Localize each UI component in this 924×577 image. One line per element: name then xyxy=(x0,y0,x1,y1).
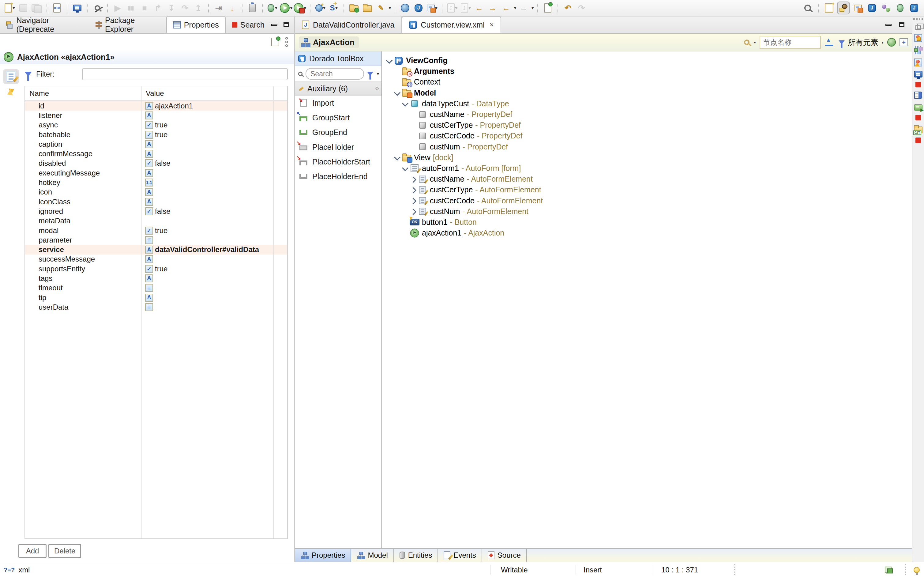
expander-icon[interactable] xyxy=(410,198,416,204)
git-repositories-icon[interactable]: GIT xyxy=(914,126,922,133)
pull-down-icon[interactable]: ↧▾ xyxy=(446,2,458,15)
pull-up-icon[interactable]: ↥▾ xyxy=(460,2,472,15)
node-search-dropdown-icon[interactable]: ▾ xyxy=(754,40,756,45)
run-last-icon[interactable]: ▶ xyxy=(111,2,124,15)
minimize-editor-icon[interactable] xyxy=(885,24,892,26)
tree-node-button1[interactable]: OKbutton1- Button xyxy=(382,217,912,227)
step-into-icon[interactable]: ↧ xyxy=(165,2,177,15)
palette-view-icon[interactable] xyxy=(914,34,922,42)
tree-node-custnum-autoformelement[interactable]: custNum- AutoFormElement xyxy=(382,206,912,217)
problems-view-icon[interactable] xyxy=(914,58,922,66)
tree-node-custcercode-propertydef[interactable]: custCerCode- PropertyDef xyxy=(382,131,912,141)
add-window-icon[interactable]: + xyxy=(900,38,908,46)
tree-node-arguments[interactable]: aArguments xyxy=(382,66,912,77)
toolbox-item-placeholder[interactable]: PlaceHolder xyxy=(295,140,382,154)
redo-icon[interactable]: ↷ xyxy=(575,2,588,15)
forward-history-icon[interactable]: → xyxy=(486,2,499,15)
tree-node-autoform1[interactable]: autoForm1- AutoForm [form] xyxy=(382,163,912,174)
expander-icon[interactable] xyxy=(410,176,416,182)
step-filters-icon[interactable]: ↓ xyxy=(226,2,238,15)
tab-properties[interactable]: Properties xyxy=(166,16,225,33)
save-icon[interactable] xyxy=(17,2,29,15)
close-tab-icon[interactable]: × xyxy=(489,21,494,29)
drag-handle-icon[interactable] xyxy=(913,18,923,20)
table-row[interactable]: hotkey1.1 xyxy=(25,177,287,187)
tree-node-datatypecust[interactable]: dataTypeCust- DataType xyxy=(382,98,912,109)
perspective-extra-icon[interactable]: J xyxy=(908,2,920,15)
highlight-brush-icon[interactable]: ✎ xyxy=(375,2,387,15)
page-tab-source[interactable]: Source xyxy=(482,549,527,562)
tree-node-custnum-propertydef[interactable]: custNum- PropertyDef xyxy=(382,142,912,152)
expander-icon[interactable] xyxy=(410,208,416,214)
page-tab-model[interactable]: Model xyxy=(351,549,394,562)
pause-icon[interactable]: ▮▮ xyxy=(125,2,137,15)
table-row[interactable]: iconA xyxy=(25,187,287,197)
show-views-icon[interactable]: ▾ xyxy=(426,2,438,15)
tree-node-view[interactable]: View[dock] xyxy=(382,152,912,163)
expander-icon[interactable] xyxy=(394,154,401,161)
table-row[interactable]: executingMessageA xyxy=(25,168,287,177)
maximize-editor-icon[interactable] xyxy=(899,23,905,27)
expander-icon[interactable] xyxy=(386,58,393,64)
toolbox-search-input[interactable] xyxy=(306,68,364,80)
open-type-icon[interactable] xyxy=(361,2,373,15)
console-icon[interactable] xyxy=(71,2,83,15)
tab-datavalidcontroller-java[interactable]: JDataValidController.java xyxy=(295,16,402,33)
table-row[interactable]: serviceAdataValidController#validData xyxy=(25,245,287,254)
add-button[interactable]: Add xyxy=(18,544,47,558)
table-row[interactable]: tagsA xyxy=(25,274,287,283)
tree-node-context[interactable]: @Context xyxy=(382,77,912,87)
skip-breakpoints-icon[interactable]: ⇥ xyxy=(212,2,225,15)
tree-node-custcertype-propertydef[interactable]: custCerType- PropertyDef xyxy=(382,120,912,131)
table-row[interactable]: timeout≡ xyxy=(25,283,287,293)
restore-view-icon[interactable] xyxy=(916,26,921,30)
table-row[interactable]: successMessageA xyxy=(25,255,287,264)
step-return-icon[interactable]: ↥ xyxy=(192,2,204,15)
search-icon[interactable] xyxy=(802,2,814,15)
delete-button[interactable]: Delete xyxy=(48,544,81,558)
tree-node-ajaxaction1[interactable]: ajaxAction1- AjaxAction xyxy=(382,227,912,238)
collapse-all-icon[interactable] xyxy=(824,38,834,47)
pin-view-icon[interactable] xyxy=(271,38,279,46)
element-filter[interactable]: 所有元素 ▾ xyxy=(838,37,884,47)
column-header-value[interactable]: Value xyxy=(142,89,287,98)
table-row[interactable]: idAajaxAction1 xyxy=(25,101,287,111)
mark-occurrences-icon[interactable] xyxy=(91,2,103,15)
tree-node-custname-autoformelement[interactable]: custName- AutoFormElement xyxy=(382,174,912,184)
tips-bulb-icon[interactable] xyxy=(914,567,920,573)
toolbox-item-placeholderstart[interactable]: PlaceHolderStart xyxy=(295,154,382,169)
console-view-icon[interactable] xyxy=(914,71,922,77)
help-book-icon[interactable] xyxy=(914,92,922,99)
resume-icon[interactable]: ↱ xyxy=(152,2,164,15)
lightning-icon[interactable] xyxy=(8,89,14,95)
toolbox-item-placeholderend[interactable]: PlaceHolderEnd xyxy=(295,169,382,184)
table-row[interactable]: metaData xyxy=(25,216,287,226)
table-row[interactable]: confirmMessageA xyxy=(25,149,287,158)
expander-icon[interactable] xyxy=(402,165,409,171)
table-row[interactable]: tipA xyxy=(25,293,287,302)
table-row[interactable]: supportsEntity✓true xyxy=(25,264,287,274)
toolbox-item-groupstart[interactable]: GroupStart xyxy=(295,110,382,125)
page-tab-entities[interactable]: Entities xyxy=(394,549,438,562)
new-web-wizard-icon[interactable]: ▾ xyxy=(314,2,326,15)
table-row[interactable]: disabled✓false xyxy=(25,159,287,168)
pin-editor-icon[interactable] xyxy=(542,2,554,15)
tab-navigator[interactable]: Navigator (Deprecate xyxy=(0,16,89,33)
open-perspective-icon[interactable] xyxy=(823,2,835,15)
perspective-java-icon[interactable] xyxy=(880,2,892,15)
table-row[interactable]: async✓true xyxy=(25,120,287,130)
servers-view-icon[interactable] xyxy=(914,105,922,111)
undo-icon[interactable]: ↶ xyxy=(562,2,574,15)
table-row[interactable]: iconClassA xyxy=(25,197,287,206)
tab-customer-view-xml[interactable]: Customer.view.xml× xyxy=(402,16,501,33)
toolbox-section-auxiliary[interactable]: Auxiliary (6) ‹› xyxy=(295,82,382,95)
tab-search[interactable]: Search xyxy=(225,16,271,33)
table-row[interactable]: batchable✓true xyxy=(25,130,287,139)
tab-package-explorer[interactable]: Package Explorer xyxy=(89,16,166,33)
java-search-icon[interactable]: J xyxy=(412,2,425,15)
toolbox-filter-icon[interactable] xyxy=(367,72,373,76)
forward-icon[interactable]: → xyxy=(517,2,530,15)
tree-node-custcertype-autoformelement[interactable]: custCerType- AutoFormElement xyxy=(382,184,912,195)
perspective-debug-icon[interactable] xyxy=(894,2,906,15)
expander-icon[interactable] xyxy=(410,187,416,193)
